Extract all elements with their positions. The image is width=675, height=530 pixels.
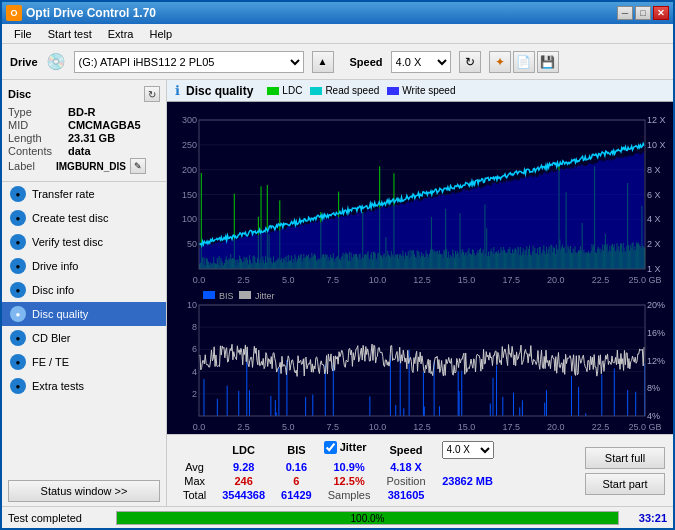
sidebar: Disc ↻ Type BD-R MID CMCMAGBA5 Length 23… xyxy=(2,80,167,506)
samples-value: 381605 xyxy=(378,488,433,502)
type-label: Type xyxy=(8,106,68,118)
extra-tests-icon: ● xyxy=(10,378,26,394)
mid-label: MID xyxy=(8,119,68,131)
total-bis: 61429 xyxy=(273,488,320,502)
speed-label: Speed xyxy=(350,56,383,68)
read-speed-color-box xyxy=(310,87,322,95)
max-jitter: 12.5% xyxy=(320,474,379,488)
transfer-rate-icon: ● xyxy=(10,186,26,202)
menu-bar: File Start test Extra Help xyxy=(2,24,673,44)
main-content: Disc ↻ Type BD-R MID CMCMAGBA5 Length 23… xyxy=(2,80,673,506)
right-panel: ℹ Disc quality LDC Read speed Write spee… xyxy=(167,80,673,506)
create-test-disc-label: Create test disc xyxy=(32,212,108,224)
sidebar-item-extra-tests[interactable]: ● Extra tests xyxy=(2,374,166,398)
status-text: Test completed xyxy=(8,512,108,524)
type-value: BD-R xyxy=(68,106,96,118)
menu-extra[interactable]: Extra xyxy=(100,26,142,42)
cd-bler-label: CD Bler xyxy=(32,332,71,344)
sidebar-item-drive-info[interactable]: ● Drive info xyxy=(2,254,166,278)
label-edit-button[interactable]: ✎ xyxy=(130,158,146,174)
speed-select-stats[interactable]: 4.0 X xyxy=(442,441,494,459)
sidebar-item-disc-info[interactable]: ● Disc info xyxy=(2,278,166,302)
disc-quality-label: Disc quality xyxy=(32,308,88,320)
title-bar: O Opti Drive Control 1.70 ─ □ ✕ xyxy=(2,2,673,24)
length-label: Length xyxy=(8,132,68,144)
menu-file[interactable]: File xyxy=(6,26,40,42)
start-part-button[interactable]: Start part xyxy=(585,473,665,495)
disc-quality-icon: ● xyxy=(10,306,26,322)
disc-type-row: Type BD-R xyxy=(8,106,160,118)
ldc-label: LDC xyxy=(282,85,302,96)
sidebar-item-verify-test-disc[interactable]: ● Verify test disc xyxy=(2,230,166,254)
save-button[interactable]: 💾 xyxy=(537,51,559,73)
sidebar-item-disc-quality[interactable]: ● Disc quality xyxy=(2,302,166,326)
col-header-speed: Speed xyxy=(378,440,433,460)
menu-start-test[interactable]: Start test xyxy=(40,26,100,42)
transfer-rate-label: Transfer rate xyxy=(32,188,95,200)
write-speed-color-box xyxy=(387,87,399,95)
legend-read-speed: Read speed xyxy=(310,85,379,96)
title-buttons: ─ □ ✕ xyxy=(617,6,669,20)
contents-value: data xyxy=(68,145,91,157)
samples-label: Samples xyxy=(320,488,379,502)
col-header-speed-select: 4.0 X xyxy=(434,440,502,460)
menu-help[interactable]: Help xyxy=(141,26,180,42)
sidebar-item-transfer-rate[interactable]: ● Transfer rate xyxy=(2,182,166,206)
window-title: Opti Drive Control 1.70 xyxy=(26,6,156,20)
eject-button[interactable]: ▲ xyxy=(312,51,334,73)
disc-title: Disc xyxy=(8,88,31,100)
status-window-button[interactable]: Status window >> xyxy=(8,480,160,502)
start-full-button[interactable]: Start full xyxy=(585,447,665,469)
status-bar: Test completed 100.0% 33:21 xyxy=(2,506,673,528)
disc-quality-title: Disc quality xyxy=(186,84,253,98)
disc-length-row: Length 23.31 GB xyxy=(8,132,160,144)
close-button[interactable]: ✕ xyxy=(653,6,669,20)
copy-button[interactable]: 📄 xyxy=(513,51,535,73)
fe-te-label: FE / TE xyxy=(32,356,69,368)
drive-select[interactable]: (G:) ATAPI iHBS112 2 PL05 xyxy=(74,51,304,73)
disc-label-row: Label IMGBURN_DIS ✎ xyxy=(8,158,160,174)
progress-text: 100.0% xyxy=(117,512,618,526)
col-header-ldc: LDC xyxy=(214,440,273,460)
legend-write-speed: Write speed xyxy=(387,85,455,96)
legend-ldc: LDC xyxy=(267,85,302,96)
refresh-button[interactable]: ↻ xyxy=(459,51,481,73)
disc-contents-row: Contents data xyxy=(8,145,160,157)
drive-label: Drive xyxy=(10,56,38,68)
col-header-jitter-check: Jitter xyxy=(320,440,379,455)
title-bar-left: O Opti Drive Control 1.70 xyxy=(6,5,156,21)
total-label: Total xyxy=(175,488,214,502)
drive-icon: 💿 xyxy=(46,52,66,71)
sidebar-item-create-test-disc[interactable]: ● Create test disc xyxy=(2,206,166,230)
toolbar-icons: ✦ 📄 💾 xyxy=(489,51,559,73)
ldc-color-box xyxy=(267,87,279,95)
sidebar-item-cd-bler[interactable]: ● CD Bler xyxy=(2,326,166,350)
avg-ldc: 9.28 xyxy=(214,460,273,474)
drive-info-icon: ● xyxy=(10,258,26,274)
speed-select[interactable]: 4.0 X xyxy=(391,51,451,73)
disc-info-label: Disc info xyxy=(32,284,74,296)
disc-quality-header: ℹ Disc quality LDC Read speed Write spee… xyxy=(167,80,673,102)
avg-bis: 0.16 xyxy=(273,460,320,474)
stats-bar: LDC BIS Jitter Speed 4.0 X xyxy=(167,434,673,506)
avg-jitter: 10.9% xyxy=(320,460,379,474)
minimize-button[interactable]: ─ xyxy=(617,6,633,20)
disc-info-icon: ● xyxy=(10,282,26,298)
erase-button[interactable]: ✦ xyxy=(489,51,511,73)
disc-header: Disc ↻ xyxy=(8,86,160,102)
avg-speed: 4.18 X xyxy=(378,460,433,474)
verify-test-disc-label: Verify test disc xyxy=(32,236,103,248)
legend-top: LDC Read speed Write speed xyxy=(267,85,455,96)
col-header-empty xyxy=(175,440,214,460)
charts-area xyxy=(167,102,673,434)
sidebar-item-fe-te[interactable]: ● FE / TE xyxy=(2,350,166,374)
read-speed-label: Read speed xyxy=(325,85,379,96)
max-label: Max xyxy=(175,474,214,488)
drive-info-label: Drive info xyxy=(32,260,78,272)
maximize-button[interactable]: □ xyxy=(635,6,651,20)
jitter-checkbox[interactable] xyxy=(324,441,337,454)
position-label: Position xyxy=(378,474,433,488)
fe-te-icon: ● xyxy=(10,354,26,370)
mid-value: CMCMAGBA5 xyxy=(68,119,141,131)
disc-refresh-button[interactable]: ↻ xyxy=(144,86,160,102)
